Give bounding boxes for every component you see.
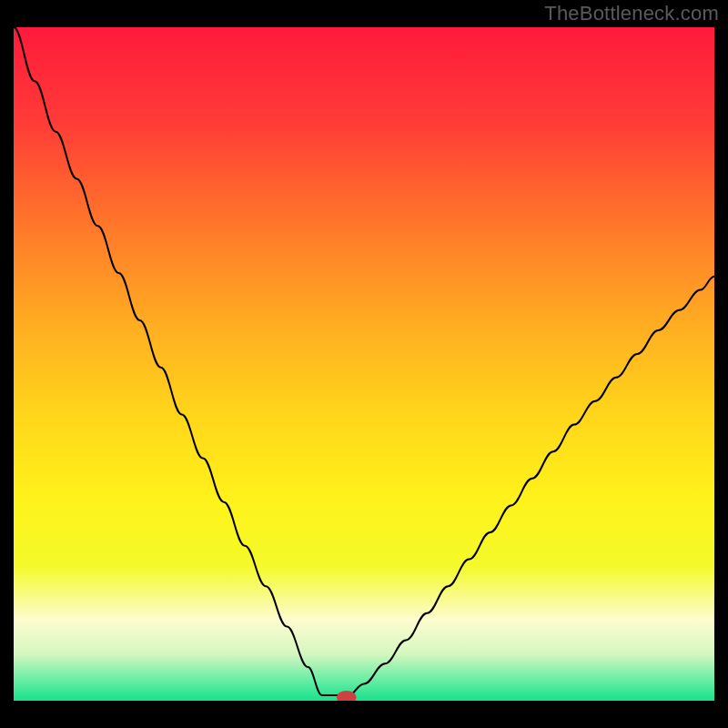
gradient-background [14, 27, 714, 701]
chart-svg [14, 27, 714, 701]
plot-area [14, 27, 714, 701]
chart-stage: TheBottleneck.com [0, 0, 728, 728]
watermark-text: TheBottleneck.com [544, 2, 719, 25]
